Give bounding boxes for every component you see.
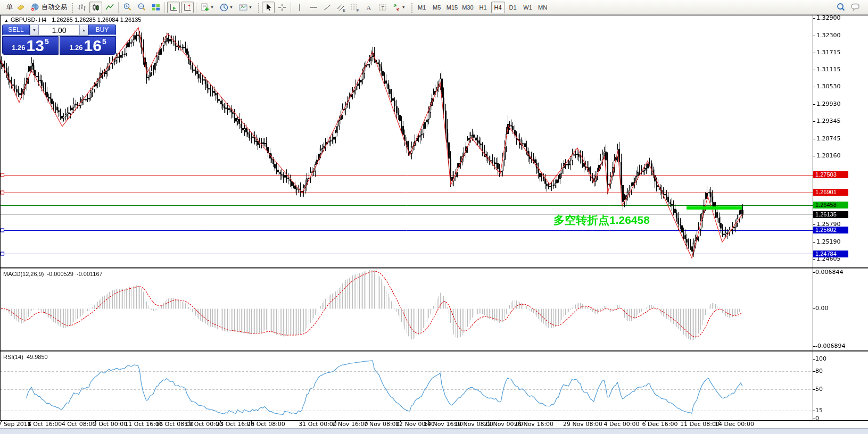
- toolbar-grip: [71, 2, 73, 13]
- horizontal-line-button[interactable]: [307, 2, 320, 13]
- dropdown-caret-icon: ▼: [210, 5, 214, 9]
- sell-price-sup: 5: [45, 37, 49, 46]
- tab-timeframe-w1[interactable]: W1: [521, 2, 535, 13]
- macd-value-signal: -0.001167: [77, 271, 103, 277]
- toolbar-separator: [164, 2, 165, 13]
- chat-icon: [850, 2, 861, 12]
- order-book-icon: [16, 3, 26, 12]
- candlestick-chart-button[interactable]: [89, 2, 102, 13]
- tab-timeframe-h1[interactable]: H1: [476, 2, 490, 13]
- dropdown-caret-icon: ▼: [229, 5, 233, 9]
- equidistant-channel-icon: E: [336, 3, 346, 12]
- chart-title: ▲GBPUSD-,H41.26285 1.26285 1.26084 1.261…: [4, 16, 141, 23]
- templates-button[interactable]: ▼: [237, 2, 255, 13]
- price-tag-1.24784: 1.24784: [813, 251, 848, 257]
- price-tag-1.25602: 1.25602: [813, 227, 848, 233]
- tab-timeframe-m15[interactable]: M15: [445, 2, 459, 13]
- tab-timeframe-m30[interactable]: M30: [460, 2, 475, 13]
- zoom-in-button[interactable]: [121, 2, 134, 13]
- one-click-trading-panel: SELL ▼ ▲ BUY 1.26 13 5 1.26 16 5: [2, 24, 116, 55]
- new-order-button[interactable]: 单: [1, 2, 13, 13]
- buy-price-sup: 5: [102, 37, 106, 46]
- toolbar-separator: [118, 2, 119, 13]
- cursor-button[interactable]: [262, 2, 275, 13]
- svg-text:T: T: [381, 5, 384, 10]
- price-tag-1.26458: 1.26458: [813, 202, 848, 208]
- timeframe-group: M1M5M15M30H1H4D1W1MN: [415, 2, 550, 13]
- price-tag-1.26901: 1.26901: [813, 189, 848, 196]
- periods-button[interactable]: ▼: [218, 2, 236, 13]
- tab-timeframe-mn[interactable]: MN: [536, 2, 550, 13]
- tab-timeframe-m5[interactable]: M5: [430, 2, 444, 13]
- line-chart-icon: [105, 3, 114, 12]
- macd-label: MACD(12,26,9): [3, 271, 44, 277]
- zoom-out-icon: [137, 2, 147, 12]
- text-label-button[interactable]: T: [376, 2, 389, 13]
- volume-decrease-button[interactable]: ▼: [30, 24, 39, 36]
- chat-button[interactable]: [849, 2, 863, 13]
- chart-quotes: 1.26285 1.26285 1.26084 1.26135: [52, 16, 141, 23]
- crosshair-icon: [277, 3, 287, 12]
- sell-label: SELL: [8, 26, 23, 34]
- sell-price-big: 13: [27, 38, 44, 53]
- volume-increase-button[interactable]: ▲: [79, 24, 88, 36]
- toolbar-separator: [291, 2, 291, 13]
- toolbar-separator: [196, 2, 196, 13]
- vertical-line-icon: [296, 3, 303, 12]
- chart-shift-button[interactable]: [181, 2, 194, 13]
- line-chart-button[interactable]: [103, 2, 116, 13]
- autotrading-button[interactable]: 自动交易: [28, 2, 69, 13]
- tile-windows-button[interactable]: [150, 2, 162, 13]
- auto-scroll-icon: [169, 3, 178, 12]
- indicators-button[interactable]: ▼: [199, 2, 217, 13]
- collapse-triangle-icon: ▲: [4, 18, 9, 23]
- sell-button[interactable]: SELL: [2, 24, 30, 36]
- rsi-value: 49.9850: [27, 354, 48, 360]
- arrows-icon: [392, 3, 401, 12]
- search-button[interactable]: [834, 2, 848, 13]
- chart-canvas[interactable]: [0, 0, 868, 434]
- price-tag-1.26135: 1.26135: [813, 211, 848, 218]
- horizontal-line-icon: [309, 3, 318, 12]
- macd-value-main: -0.000529: [47, 271, 73, 277]
- toolbar-grip: [257, 2, 260, 13]
- new-order-label: 单: [6, 3, 13, 12]
- arrows-button[interactable]: ▼: [390, 2, 408, 13]
- buy-price-display[interactable]: 1.26 16 5: [60, 36, 116, 55]
- svg-text:A: A: [366, 4, 371, 12]
- buy-button[interactable]: BUY: [88, 24, 116, 36]
- equidistant-channel-button[interactable]: E: [335, 2, 348, 13]
- chart-shift-icon: [183, 3, 192, 12]
- zoom-out-button[interactable]: [135, 2, 148, 13]
- vertical-line-button[interactable]: [293, 2, 306, 13]
- toolbar-grip: [410, 2, 413, 13]
- periods-icon: [219, 3, 229, 12]
- tab-timeframe-h4[interactable]: H4: [491, 2, 505, 13]
- svg-text:E: E: [343, 9, 345, 12]
- autotrading-icon: [30, 3, 40, 12]
- rsi-label: RSI(14): [3, 354, 23, 360]
- mt4-window: 单 自动交易: [0, 0, 868, 434]
- tab-timeframe-m1[interactable]: M1: [415, 2, 429, 13]
- trendline-button[interactable]: [321, 2, 334, 13]
- search-icon: [836, 2, 846, 12]
- text-button[interactable]: A: [362, 2, 375, 13]
- auto-scroll-button[interactable]: [167, 2, 180, 13]
- autotrading-label: 自动交易: [42, 3, 67, 12]
- tab-timeframe-d1[interactable]: D1: [506, 2, 520, 13]
- volume-input[interactable]: [39, 24, 79, 36]
- fibonacci-button[interactable]: F: [349, 2, 361, 13]
- order-book-button[interactable]: [14, 2, 27, 13]
- buy-price-prefix: 1.26: [69, 44, 82, 52]
- cursor-icon: [263, 3, 273, 12]
- svg-text:F: F: [357, 9, 359, 12]
- sell-price-display[interactable]: 1.26 13 5: [2, 36, 59, 55]
- bar-chart-button[interactable]: [76, 2, 88, 13]
- macd-header: MACD(12,26,9)-0.000529-0.001167: [3, 271, 106, 277]
- candlestick-chart-icon: [91, 3, 101, 12]
- crosshair-button[interactable]: [276, 2, 288, 13]
- buy-label: BUY: [96, 26, 109, 34]
- chart-annotation-text: 多空转折点1.26458: [553, 213, 650, 228]
- buy-price-big: 16: [84, 38, 102, 53]
- rsi-header: RSI(14)49.9850: [3, 354, 51, 360]
